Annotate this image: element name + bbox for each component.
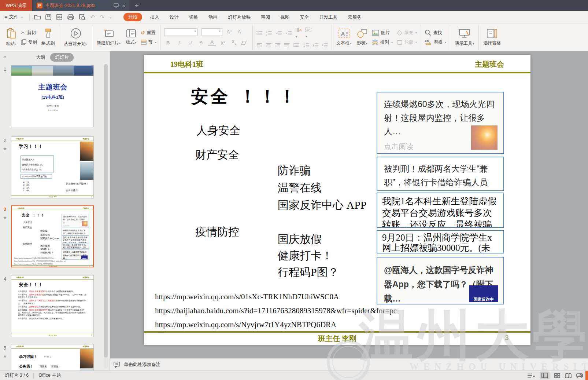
slide-link[interactable]: https://mp.weixin.qq.com/s/Nyvjrw7t1Y4yz… [155, 320, 336, 329]
slide-text-item[interactable]: 行程码P图？ [40, 251, 53, 255]
slide-text-item[interactable]: 国家反诈中心 APP [278, 198, 367, 213]
slide-text-item[interactable]: 人身安全 [23, 221, 33, 224]
tab-review[interactable]: 审阅 [256, 11, 275, 23]
app-tab[interactable]: WPS 演示 [0, 0, 32, 11]
undo-icon[interactable]: ↶ [90, 14, 95, 20]
cut-button[interactable]: ✂剪切 [21, 30, 37, 36]
tab-home[interactable]: 开始 [123, 13, 142, 21]
slide-text-item[interactable]: 健康打卡！ [40, 248, 52, 251]
tab-outline[interactable]: 大纲 [36, 54, 45, 61]
news-card-5[interactable]: @瓯海人，这款国字号反诈神器App，您下载了吗？（附下载… 平安瓯海 国家反诈中 [377, 257, 504, 304]
slide-thumbnail-5[interactable]: 19电科1班 主题班会 学习强国！ 打卡： 公务员！ 预报名 应届生： [11, 344, 94, 370]
news-card-4[interactable]: 9月20日：温州商学院学生x网上招嫖被骗30000元。(未知悉验真) [377, 230, 504, 253]
slide-thumbnail-3-selected[interactable]: 19电科1班 主题班会 安全 ！！！ 人身安全 财产安全 防诈骗 温警在线 国家… [11, 205, 94, 267]
scrollbar-thumb[interactable] [104, 64, 108, 358]
section-button[interactable]: 节▾ [141, 39, 156, 45]
slide-text-item[interactable]: 防诈骗 [278, 163, 311, 178]
news-card-3[interactable]: 我院1名本科生新生登陆虚假交易平台交易游戏账号多次转账，还没反应，最终被骗700… [377, 193, 504, 228]
slide-canvas[interactable]: 19电科1班 主题班会 安全 ！！！ 人身安全 财产安全 防诈骗 温警在线 国家… [12, 206, 94, 267]
slide-link[interactable]: https://mp.weixin.qq.com/s/01sXc-TRK1NhD… [155, 292, 339, 302]
news-card-1[interactable]: 连续爆燃60多次，现场火光四射！这段屋内监控，让很多人… 点击阅读 [377, 92, 504, 154]
slide-sorter-view-icon[interactable] [554, 373, 560, 378]
tab-devtools[interactable]: 开发工具 [314, 11, 343, 23]
open-file-icon[interactable] [34, 14, 41, 20]
tab-design[interactable]: 设计 [164, 11, 184, 23]
play-from-current-button[interactable]: 从当前开始▾ [63, 28, 88, 47]
news-card-5[interactable]: @瓯海人，这款国字号反诈神器App，您下载了吗？（附下载… 平安瓯海 国家反诈中 [62, 249, 89, 260]
news-card-1[interactable]: 连续爆燃60多次，现场火光四射！这段屋内监控，让很多人… 点击阅读 [62, 214, 89, 227]
selection-pane-button[interactable]: 选择窗格 [482, 29, 502, 47]
slideshow-view-icon[interactable] [576, 373, 583, 378]
new-slide-button[interactable]: ✳ 新建幻灯片▾ [96, 28, 121, 47]
shapes-button[interactable]: 形状▾ [356, 28, 368, 47]
news-card-2[interactable]: 被判刑！成都两名大学生“兼职”，将银行卡借给诈骗人员 [62, 228, 89, 235]
font-size-select[interactable] [201, 28, 222, 36]
tab-animation[interactable]: 动画 [203, 11, 223, 23]
format-painter-button[interactable]: 格式刷 [41, 28, 55, 47]
slide-text-item[interactable]: 疫情防控 [23, 242, 32, 246]
slide-link[interactable]: https://baijiahao.baidu.com/s?id=1711676… [14, 260, 66, 262]
slide-number: 2 [0, 138, 10, 143]
arrange-button[interactable]: 排列▾ [372, 39, 393, 45]
textbox-button[interactable]: A 文本框▾ [336, 28, 352, 47]
new-tab-button[interactable]: + [129, 0, 144, 11]
paste-button[interactable]: 粘贴▾ [5, 28, 17, 47]
news-card-4[interactable]: 9月20日：温州商学院学生x网上招嫖被骗30000元。(未知悉验真) [62, 244, 89, 249]
print-icon[interactable] [67, 14, 74, 20]
slide-text-item[interactable]: 健康打卡！ [278, 248, 333, 263]
reset-button[interactable]: ↺重置 [141, 30, 156, 36]
normal-view-icon[interactable] [540, 372, 550, 379]
document-tab[interactable]: P 主题班会-2021.9.28.pptx × [33, 0, 129, 11]
slide-text-item[interactable]: 人身安全 [196, 123, 240, 138]
play-button-partial[interactable] [585, 371, 588, 380]
tab-transition[interactable]: 切换 [184, 11, 203, 23]
news-card-2[interactable]: 被判刑！成都两名大学生“兼职”，将银行卡借给诈骗人员 [377, 157, 504, 191]
slide-text-item[interactable]: 财产安全 [23, 226, 32, 229]
presentation-tools-button[interactable]: 演示工具▾ [454, 28, 475, 47]
font-name-select[interactable] [164, 28, 198, 36]
reading-view-icon[interactable] [565, 373, 572, 378]
slide-text-item[interactable]: 疫情防控 [195, 224, 239, 240]
notes-toggle-icon[interactable] [527, 373, 535, 378]
export-pdf-icon[interactable]: PDF [56, 14, 63, 20]
slide-link[interactable]: https://mp.weixin.qq.com/s/01sXc-TRK1NhD… [14, 257, 53, 259]
tab-insert[interactable]: 插入 [145, 11, 164, 23]
layout-button[interactable]: 版式▾ [125, 29, 137, 46]
close-tab-icon[interactable]: × [121, 3, 126, 9]
slide-link[interactable]: https://baijiahao.baidu.com/s?id=1711676… [155, 306, 397, 315]
present-to-screen-icon[interactable] [114, 3, 119, 8]
file-menu-button[interactable]: ≡ 文件 ⌄ [0, 11, 28, 23]
tab-cloud[interactable]: 云服务 [343, 11, 367, 23]
save-icon[interactable] [45, 14, 51, 20]
slide-text-item[interactable]: 财产安全 [195, 147, 239, 162]
redo-icon[interactable]: ↷ [100, 14, 104, 20]
slide-text-item[interactable]: 国庆放假 [40, 244, 50, 247]
sidebar-scrollbar[interactable] [104, 64, 108, 369]
slide-link[interactable]: https://mp.weixin.qq.com/s/Nyvjrw7t1Y4yz… [14, 263, 53, 265]
slide-text-item[interactable]: 温警在线 [278, 180, 322, 196]
replace-button[interactable]: AB替换▾ [425, 39, 446, 45]
slide-canvas[interactable]: 19电科1班 主题班会 安全 ！！！ 人身安全 财产安全 防诈骗 温警在线 国家… [144, 55, 530, 345]
notes-bar[interactable]: 单击此处添加备注 [110, 358, 588, 370]
slide-text-item[interactable]: 行程码P图？ [278, 265, 339, 280]
slide-thumbnail-4[interactable]: 19电科1班 主题班会 安全！！！ ① 9月16日，温州大学教育学院学生使用微信… [11, 275, 94, 337]
slide-text-item[interactable]: 国家反诈中心 APP [40, 237, 59, 240]
collapse-panel-icon[interactable]: « [3, 54, 6, 60]
picture-button[interactable]: 图片 [372, 30, 393, 36]
print-preview-icon[interactable] [79, 14, 85, 20]
news-card-3[interactable]: 我院1名本科生新生登陆虚假交易平台交易游戏账号多次转账，还没反应，最终被骗700… [62, 235, 89, 243]
slide-thumbnail-2[interactable]: 19电科1班 主题班会 学习！！！ 学业困难 6人 连续两次学业警告 2人 2次… [11, 136, 94, 198]
tab-slides[interactable]: 幻灯片 [50, 53, 74, 62]
tab-slideshow[interactable]: 幻灯片放映 [223, 11, 256, 23]
copy-button[interactable]: 复制 [21, 39, 37, 45]
slide-text-item[interactable]: 防诈骗 [40, 229, 47, 233]
find-button[interactable]: 查找 [425, 29, 446, 36]
slide-title[interactable]: 安全 ！！！ [191, 85, 298, 108]
slide-thumbnail-1[interactable]: 主题班会 (19电科1班) 班主任 李刚 2021.9.28 [11, 65, 94, 127]
slide-text-item[interactable]: 国庆放假 [278, 232, 322, 247]
tab-security[interactable]: 安全 [295, 11, 314, 23]
slide-text-item[interactable]: 温警在线 [40, 233, 50, 236]
tab-view[interactable]: 视图 [275, 11, 295, 23]
customize-qat-icon[interactable]: ⌄ [109, 15, 112, 19]
slide-title[interactable]: 安全 ！！！ [22, 213, 45, 218]
